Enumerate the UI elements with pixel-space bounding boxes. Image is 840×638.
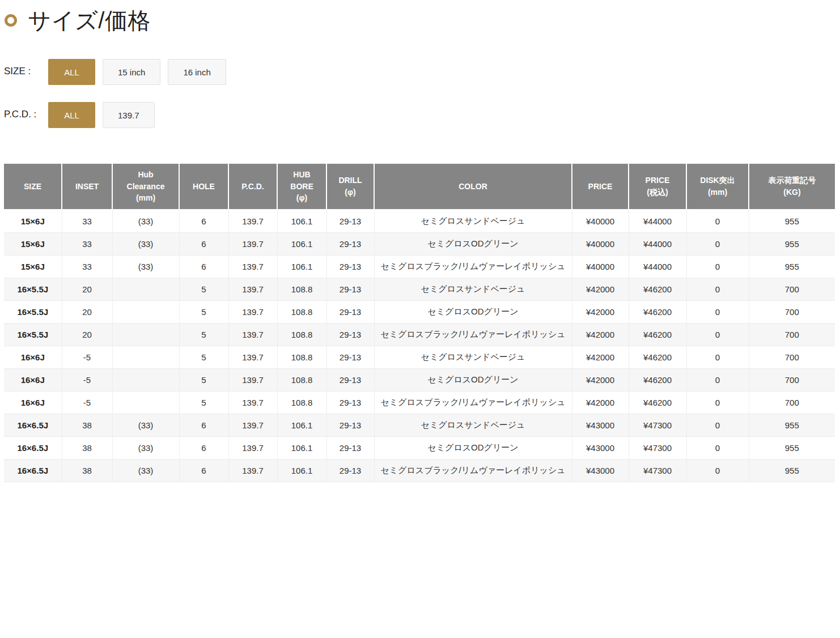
pcd-filter-139-7-button[interactable]: 139.7 — [103, 102, 155, 128]
table-cell: セミグロスブラック/リムヴァーレイポリッシュ — [374, 255, 572, 278]
table-cell: 16×6J — [4, 391, 62, 414]
table-cell: ¥40000 — [572, 255, 629, 278]
table-cell: 108.8 — [277, 323, 326, 346]
table-cell: -5 — [62, 391, 112, 414]
table-row: 16×6J-55139.7108.829-13セミグロスブラック/リムヴァーレイ… — [4, 391, 835, 414]
table-cell — [112, 391, 179, 414]
table-cell: 16×5.5J — [4, 278, 62, 300]
table-cell: セミグロスブラック/リムヴァーレイポリッシュ — [374, 459, 572, 482]
table-cell: ¥42000 — [572, 300, 629, 323]
table-cell: 108.8 — [277, 368, 326, 391]
table-cell — [112, 300, 179, 323]
table-cell: ¥43000 — [572, 459, 629, 482]
table-cell: 38 — [62, 436, 112, 459]
table-cell: 700 — [749, 278, 835, 300]
table-cell: 139.7 — [228, 459, 277, 482]
table-cell: 106.1 — [277, 210, 326, 232]
table-cell: ¥44000 — [629, 210, 686, 232]
circle-bullet-icon — [5, 14, 17, 27]
table-cell: 16×6.5J — [4, 436, 62, 459]
table-cell: ¥47300 — [629, 436, 686, 459]
column-header-hole: HOLE — [179, 164, 228, 210]
table-cell: 139.7 — [228, 300, 277, 323]
table-cell: 0 — [686, 459, 749, 482]
table-cell: 139.7 — [228, 414, 277, 436]
table-row: 16×6.5J38(33)6139.7106.129-13セミグロスサンドベージ… — [4, 414, 835, 436]
table-cell: ¥46200 — [629, 346, 686, 368]
column-header-load-index: 表示荷重記号 (KG) — [749, 164, 835, 210]
table-cell: (33) — [112, 232, 179, 255]
column-header-color: COLOR — [374, 164, 572, 210]
table-cell: 15×6J — [4, 210, 62, 232]
table-cell: (33) — [112, 414, 179, 436]
table-row: 16×5.5J205139.7108.829-13セミグロスODグリーン¥420… — [4, 300, 835, 323]
table-cell: 0 — [686, 323, 749, 346]
table-cell: 29-13 — [326, 278, 374, 300]
table-cell: ¥43000 — [572, 436, 629, 459]
table-cell: 106.1 — [277, 459, 326, 482]
table-cell: 16×6.5J — [4, 414, 62, 436]
table-cell: 106.1 — [277, 232, 326, 255]
table-cell: 16×6J — [4, 346, 62, 368]
table-row: 15×6J33(33)6139.7106.129-13セミグロスサンドベージュ¥… — [4, 210, 835, 232]
table-cell: 0 — [686, 255, 749, 278]
table-cell: ¥47300 — [629, 414, 686, 436]
table-cell: ¥40000 — [572, 210, 629, 232]
filters: SIZE : ALL 15 inch 16 inch P.C.D. : ALL … — [4, 59, 836, 128]
column-header-size: SIZE — [4, 164, 62, 210]
table-cell: 29-13 — [326, 210, 374, 232]
table-cell: ¥46200 — [629, 323, 686, 346]
size-filter-all-button[interactable]: ALL — [48, 59, 95, 85]
table-cell: 5 — [179, 346, 228, 368]
table-cell: 29-13 — [326, 346, 374, 368]
table-cell: 5 — [179, 278, 228, 300]
table-cell: 15×6J — [4, 255, 62, 278]
column-header-disk-protrusion: DISK突出 (mm) — [686, 164, 749, 210]
table-cell: ¥47300 — [629, 459, 686, 482]
table-cell: (33) — [112, 255, 179, 278]
table-cell: 6 — [179, 459, 228, 482]
table-cell: 139.7 — [228, 232, 277, 255]
table-cell: ¥40000 — [572, 232, 629, 255]
column-header-hub-clearance: Hub Clearance (mm) — [112, 164, 179, 210]
table-cell: セミグロスサンドベージュ — [374, 346, 572, 368]
table-cell: 20 — [62, 323, 112, 346]
table-cell: 108.8 — [277, 300, 326, 323]
table-cell: ¥46200 — [629, 278, 686, 300]
table-cell: ¥42000 — [572, 368, 629, 391]
table-cell: 108.8 — [277, 346, 326, 368]
table-cell: 5 — [179, 323, 228, 346]
table-cell: 0 — [686, 436, 749, 459]
table-header: SIZE INSET Hub Clearance (mm) HOLE P.C.D… — [4, 164, 835, 210]
table-cell: 29-13 — [326, 255, 374, 278]
table-cell: 139.7 — [228, 210, 277, 232]
table-cell: 139.7 — [228, 278, 277, 300]
table-cell: 139.7 — [228, 391, 277, 414]
table-cell: -5 — [62, 368, 112, 391]
table-cell: 6 — [179, 255, 228, 278]
table-cell: セミグロスサンドベージュ — [374, 278, 572, 300]
size-filter-label: SIZE : — [4, 66, 48, 77]
size-filter-15inch-button[interactable]: 15 inch — [103, 59, 160, 85]
table-cell: 0 — [686, 278, 749, 300]
table-body: 15×6J33(33)6139.7106.129-13セミグロスサンドベージュ¥… — [4, 210, 835, 482]
table-cell: 0 — [686, 414, 749, 436]
table-row: 15×6J33(33)6139.7106.129-13セミグロスブラック/リムヴ… — [4, 255, 835, 278]
table-cell: 6 — [179, 210, 228, 232]
table-cell: 0 — [686, 346, 749, 368]
column-header-hub-bore: HUB BORE (φ) — [277, 164, 326, 210]
column-header-price-tax: PRICE (税込) — [629, 164, 686, 210]
table-row: 16×6J-55139.7108.829-13セミグロスサンドベージュ¥4200… — [4, 346, 835, 368]
table-cell: 0 — [686, 300, 749, 323]
table-cell: 955 — [749, 232, 835, 255]
table-cell: (33) — [112, 459, 179, 482]
table-cell: 6 — [179, 414, 228, 436]
table-row: 15×6J33(33)6139.7106.129-13セミグロスODグリーン¥4… — [4, 232, 835, 255]
size-filter-16inch-button[interactable]: 16 inch — [168, 59, 226, 85]
table-cell — [112, 346, 179, 368]
table-cell: (33) — [112, 436, 179, 459]
table-cell: セミグロスブラック/リムヴァーレイポリッシュ — [374, 391, 572, 414]
table-cell: 16×5.5J — [4, 323, 62, 346]
pcd-filter-all-button[interactable]: ALL — [48, 102, 95, 128]
column-header-price: PRICE — [572, 164, 629, 210]
